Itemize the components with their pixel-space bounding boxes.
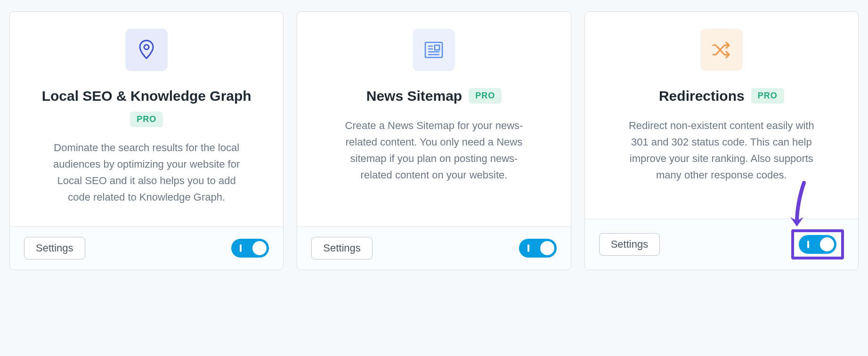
card-footer: Settings: [297, 226, 570, 270]
settings-button[interactable]: Settings: [24, 237, 85, 259]
location-pin-icon: [125, 29, 168, 71]
card-news-sitemap: News Sitemap PRO Create a News Sitemap f…: [297, 11, 571, 270]
card-local-seo: Local SEO & Knowledge Graph PRO Dominate…: [9, 11, 284, 270]
shuffle-icon: [700, 29, 743, 71]
svg-point-0: [144, 45, 149, 49]
svg-rect-2: [435, 45, 439, 50]
pro-badge: PRO: [130, 112, 163, 127]
card-body: Local SEO & Knowledge Graph PRO Dominate…: [10, 12, 283, 226]
card-title-row: Local SEO & Knowledge Graph PRO: [26, 87, 267, 127]
settings-button[interactable]: Settings: [599, 233, 660, 256]
feature-toggle[interactable]: [231, 239, 269, 258]
card-title-row: News Sitemap PRO: [366, 87, 502, 105]
card-description: Dominate the search results for the loca…: [48, 139, 245, 206]
annotation-highlight: [791, 229, 844, 259]
feature-cards-row: Local SEO & Knowledge Graph PRO Dominate…: [9, 11, 859, 270]
settings-button[interactable]: Settings: [311, 237, 373, 259]
feature-toggle[interactable]: [519, 239, 557, 258]
card-footer: Settings: [10, 226, 283, 270]
feature-toggle[interactable]: [799, 235, 836, 254]
card-body: Redirections PRO Redirect non-existent c…: [585, 12, 858, 218]
card-body: News Sitemap PRO Create a News Sitemap f…: [297, 12, 570, 226]
pro-badge: PRO: [469, 88, 502, 104]
card-redirections: Redirections PRO Redirect non-existent c…: [584, 11, 859, 270]
card-title-row: Redirections PRO: [659, 87, 784, 105]
card-footer: Settings: [585, 218, 858, 270]
card-title: Local SEO & Knowledge Graph: [42, 87, 251, 105]
newspaper-icon: [413, 29, 455, 71]
card-description: Redirect non-existent content easily wit…: [623, 117, 820, 184]
pro-badge: PRO: [751, 88, 784, 104]
card-description: Create a News Sitemap for your news-rela…: [335, 117, 533, 184]
card-title: News Sitemap: [366, 87, 462, 105]
card-title: Redirections: [659, 87, 745, 105]
